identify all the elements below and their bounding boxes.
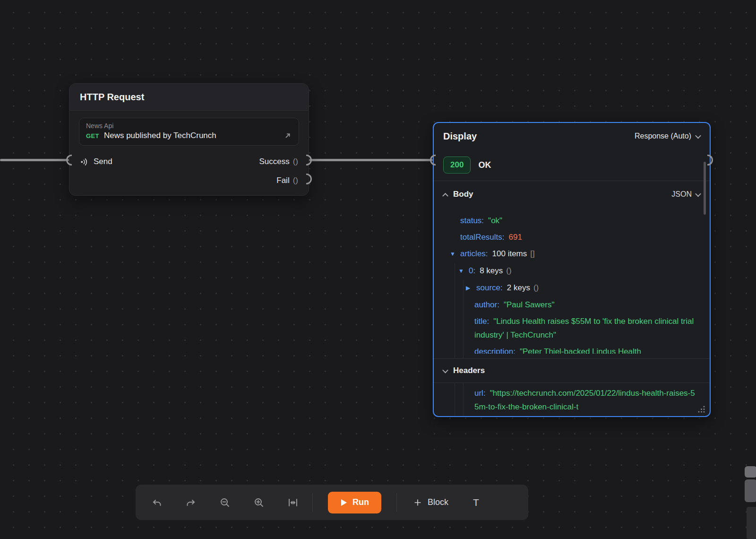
tree-guide-line — [463, 280, 464, 358]
http-fail-port-handle[interactable] — [306, 174, 312, 184]
json-tree[interactable]: status:"ok" totalResults:691 ▼articles:1… — [434, 208, 710, 358]
display-node-title: Display — [443, 131, 477, 142]
add-block-button[interactable]: Block — [413, 497, 448, 507]
success-port-args: () — [293, 157, 298, 166]
canvas-toolbar: Run Block T — [136, 485, 528, 520]
headers-section-title: Headers — [453, 366, 485, 375]
add-block-label: Block — [428, 497, 448, 507]
body-section-title: Body — [453, 190, 473, 199]
fail-output-port[interactable]: Fail() — [276, 176, 298, 185]
json-meta: 100 items — [492, 249, 527, 258]
external-link-icon[interactable] — [284, 131, 292, 140]
json-row-description: description:"Peter Thiel-backed Lindus H… — [434, 343, 710, 354]
json-string-value: "Lindus Health raises $55M to 'fix the b… — [474, 317, 694, 339]
chevron-down-icon — [442, 367, 448, 373]
response-status-row: 200 OK — [434, 149, 710, 181]
toggle-expanded-icon[interactable]: ▼ — [458, 264, 469, 278]
node-scrollbar-thumb[interactable] — [704, 162, 706, 215]
json-suffix: () — [533, 283, 539, 292]
http-method-badge: GET — [86, 132, 99, 139]
http-input-port-handle[interactable] — [66, 155, 72, 165]
send-port-label: Send — [94, 157, 112, 166]
text-tool-icon: T — [473, 497, 479, 508]
json-meta: 2 keys — [507, 283, 530, 292]
connection-edge-success-to-display[interactable] — [309, 159, 433, 161]
json-key: articles: — [460, 249, 488, 258]
text-tool-button[interactable]: T — [473, 497, 479, 508]
http-node-header: HTTP Request — [69, 84, 309, 111]
json-string-value: "Peter Thiel-backed Lindus Health — [520, 347, 641, 354]
json-url-area: url:"https://techcrunch.com/2025/01/22/l… — [434, 383, 710, 416]
json-key: url: — [474, 389, 486, 398]
json-string-value: "ok" — [488, 216, 502, 225]
headers-section-header[interactable]: Headers — [434, 358, 710, 383]
chevron-up-icon — [442, 192, 448, 199]
json-row-status: status:"ok" — [434, 212, 710, 229]
json-key: author: — [474, 300, 499, 309]
body-format-label: JSON — [671, 190, 692, 199]
json-key: totalResults: — [460, 233, 505, 242]
endpoint-label: News Api — [86, 122, 292, 130]
status-text: OK — [478, 160, 491, 170]
json-row-title: title:"Lindus Health raises $55M to 'fix… — [434, 313, 710, 343]
edge-widget-middle[interactable] — [745, 479, 756, 502]
json-key: description: — [474, 347, 515, 354]
toolbar-divider — [312, 493, 313, 512]
plus-icon — [413, 498, 422, 507]
json-suffix: () — [506, 266, 511, 275]
send-signal-icon — [80, 157, 89, 166]
json-key: title: — [474, 317, 489, 326]
endpoint-description: News published by TechCrunch — [104, 131, 216, 140]
send-input-port[interactable]: Send — [80, 157, 112, 166]
tree-guide-line — [455, 263, 455, 358]
run-button[interactable]: Run — [328, 492, 381, 513]
connection-edge-left[interactable] — [0, 159, 69, 161]
edge-widget-top[interactable] — [745, 466, 756, 478]
toggle-collapsed-icon[interactable]: ▶ — [466, 281, 476, 295]
json-suffix: [] — [530, 249, 534, 258]
json-row-totalresults: totalResults:691 — [434, 229, 710, 245]
http-request-node[interactable]: HTTP Request News Api GET News published… — [69, 83, 309, 196]
resize-grip[interactable] — [697, 405, 705, 413]
zoom-out-button[interactable] — [219, 496, 231, 509]
tree-guide-line — [455, 383, 455, 416]
fit-view-button[interactable] — [287, 496, 299, 509]
display-input-port-handle[interactable] — [430, 155, 436, 165]
http-node-title: HTTP Request — [80, 92, 144, 103]
zoom-in-button[interactable] — [253, 496, 265, 509]
play-icon — [340, 499, 347, 506]
json-row-source: ▶source:2 keys() — [434, 279, 710, 296]
json-row-author: author:"Paul Sawers" — [434, 296, 710, 313]
success-port-label: Success — [259, 157, 289, 166]
json-key: 0: — [469, 266, 475, 275]
json-row-articles: ▼articles:100 items[] — [434, 245, 710, 262]
json-row-item0: ▼0:8 keys() — [434, 262, 710, 279]
redo-button[interactable] — [185, 496, 197, 509]
status-code-badge: 200 — [443, 156, 471, 174]
display-output-port-handle[interactable] — [707, 155, 713, 165]
chevron-down-icon — [695, 132, 701, 139]
body-section-header[interactable]: Body JSON — [434, 181, 710, 208]
display-node-header: Display Response (Auto) — [434, 123, 710, 149]
toggle-expanded-icon[interactable]: ▼ — [450, 247, 460, 261]
json-number-value: 691 — [509, 233, 522, 242]
display-node[interactable]: Display Response (Auto) 200 OK Body JSON… — [433, 122, 711, 417]
toolbar-divider — [396, 493, 397, 512]
body-format-dropdown[interactable]: JSON — [671, 190, 700, 199]
fail-port-args: () — [293, 176, 298, 185]
response-mode-dropdown[interactable]: Response (Auto) — [635, 132, 700, 140]
fail-port-label: Fail — [276, 176, 289, 185]
json-string-value: "https://techcrunch.com/2025/01/22/lindu… — [474, 389, 695, 411]
edge-widget-bottom — [747, 507, 756, 539]
json-meta: 8 keys — [480, 266, 503, 275]
flow-canvas[interactable]: HTTP Request News Api GET News published… — [0, 0, 756, 539]
success-output-port[interactable]: Success() — [259, 157, 298, 166]
json-row-url: url:"https://techcrunch.com/2025/01/22/l… — [434, 385, 710, 415]
undo-button[interactable] — [151, 496, 163, 509]
http-endpoint-field[interactable]: News Api GET News published by TechCrunc… — [79, 118, 299, 146]
chevron-down-icon — [695, 191, 701, 197]
http-success-port-handle[interactable] — [306, 155, 312, 165]
json-key: status: — [460, 216, 484, 225]
json-key: source: — [476, 283, 503, 292]
json-string-value: "Paul Sawers" — [504, 300, 555, 309]
